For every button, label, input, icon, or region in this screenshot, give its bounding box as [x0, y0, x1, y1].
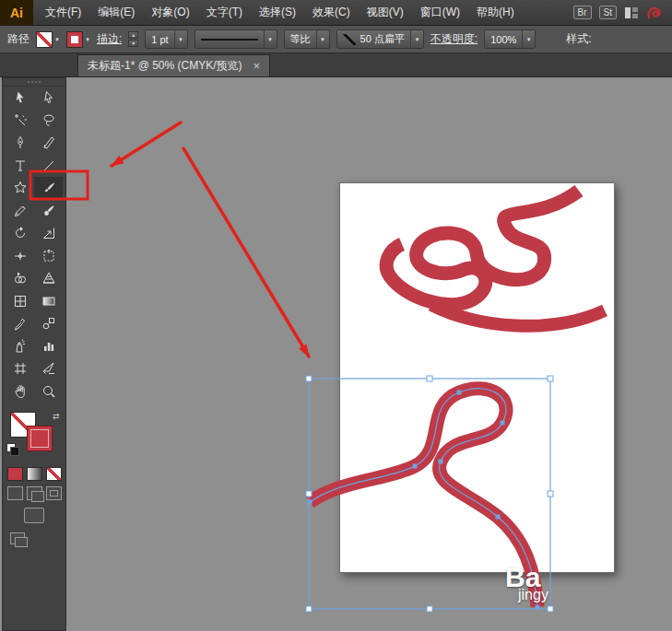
scale-tool[interactable]	[34, 222, 63, 245]
menu-item-1[interactable]: 编辑(E)	[89, 0, 143, 25]
color-button[interactable]	[7, 467, 23, 481]
shape-builder-tool[interactable]	[6, 267, 34, 290]
ribbon-upper[interactable]	[386, 191, 579, 304]
fill-none-swatch[interactable]	[36, 31, 53, 48]
menu-item-0[interactable]: 文件(F)	[37, 0, 89, 25]
bounding-box-handle[interactable]	[548, 606, 553, 612]
br-button[interactable]: Br	[573, 6, 592, 19]
stroke-red-swatch[interactable]	[66, 31, 83, 48]
draw-normal-button[interactable]	[7, 486, 23, 500]
menu-item-8[interactable]: 帮助(H)	[468, 0, 523, 25]
paintbrush-tool[interactable]	[34, 177, 63, 200]
bounding-box-handle[interactable]	[306, 606, 312, 612]
menubar-right-buttons: BrSt	[573, 6, 617, 19]
menu-item-6[interactable]: 视图(V)	[359, 0, 412, 25]
tools-panel-grip[interactable]	[3, 78, 65, 87]
anchor-point[interactable]	[536, 605, 540, 610]
draw-behind-button[interactable]	[27, 486, 42, 500]
line-segment-tool[interactable]	[34, 155, 63, 178]
symbol-sprayer-tool[interactable]	[6, 335, 34, 358]
cs-live-swirl-icon[interactable]	[646, 6, 663, 20]
swap-fill-stroke-icon[interactable]: ⇄	[53, 412, 60, 421]
opacity-select[interactable]: 100% ▼	[484, 29, 536, 49]
mesh-tool[interactable]	[6, 290, 34, 313]
draw-mode-buttons	[3, 486, 65, 500]
menu-item-7[interactable]: 窗口(W)	[412, 0, 468, 25]
document-tab[interactable]: 未标题-1* @ 50% (CMYK/预览) ×	[77, 54, 270, 76]
bounding-box-handle[interactable]	[306, 376, 312, 381]
anchor-point[interactable]	[413, 464, 418, 469]
gradient-tool[interactable]	[34, 290, 63, 313]
opacity-panel-link[interactable]: 不透明度:	[430, 31, 477, 47]
brush-definition-value: 50 点扁平	[360, 32, 405, 46]
blend-tool[interactable]	[34, 312, 63, 335]
menubar: Ai 文件(F)编辑(E)对象(O)文字(T)选择(S)效果(C)视图(V)窗口…	[0, 0, 672, 26]
slice-tool[interactable]	[34, 357, 63, 380]
menubar-items: 文件(F)编辑(E)对象(O)文字(T)选择(S)效果(C)视图(V)窗口(W)…	[37, 0, 523, 25]
stepper-up-icon[interactable]: ▲	[128, 31, 138, 39]
anchor-point[interactable]	[501, 421, 505, 426]
fill-color-control[interactable]: ▼	[36, 31, 60, 48]
free-transform-tool[interactable]	[34, 245, 63, 268]
stepper-down-icon[interactable]: ▼	[128, 40, 138, 47]
lasso-tool[interactable]	[34, 110, 63, 133]
pen-tool[interactable]	[6, 132, 34, 155]
star-tool[interactable]	[6, 177, 34, 200]
stroke-profile-select[interactable]: ▼	[195, 29, 277, 49]
magic-wand-tool[interactable]	[6, 110, 34, 133]
stroke-width-stepper[interactable]: ▲ ▼	[128, 31, 138, 47]
default-fill-stroke-icon[interactable]	[6, 443, 19, 456]
width-profile-dropdown-icon[interactable]: ▼	[316, 30, 329, 48]
stroke-color-swatch[interactable]	[27, 426, 53, 451]
artboard-tool[interactable]	[6, 357, 34, 380]
bounding-box-handle[interactable]	[548, 491, 553, 497]
stroke-width-dropdown-icon[interactable]: ▼	[174, 30, 187, 48]
stroke-dropdown-icon[interactable]: ▼	[85, 37, 90, 42]
opacity-dropdown-icon[interactable]: ▼	[522, 30, 535, 48]
workspace-switcher-icon[interactable]	[624, 6, 639, 19]
bounding-box-handle[interactable]	[427, 376, 432, 381]
anchor-point[interactable]	[439, 460, 443, 464]
menu-item-3[interactable]: 文字(T)	[198, 0, 251, 25]
none-button[interactable]	[46, 467, 62, 481]
blob-brush-tool[interactable]	[34, 200, 63, 223]
anchor-point[interactable]	[496, 515, 501, 520]
anchor-point[interactable]	[308, 500, 312, 505]
hand-tool[interactable]	[6, 380, 34, 403]
curvature-pen-tool[interactable]	[34, 132, 63, 155]
canvas-area[interactable]: Ba jingy	[68, 77, 672, 631]
rotate-tool[interactable]	[6, 222, 34, 245]
menu-item-4[interactable]: 选择(S)	[251, 0, 304, 25]
selection-tool[interactable]	[6, 87, 34, 110]
menu-item-5[interactable]: 效果(C)	[304, 0, 359, 25]
screen-mode-button[interactable]	[24, 508, 44, 523]
st-button[interactable]: St	[599, 6, 617, 19]
eyedropper-tool[interactable]	[6, 312, 34, 335]
panels-icon[interactable]	[10, 532, 25, 544]
brush-dropdown-icon[interactable]: ▼	[410, 30, 423, 48]
draw-inside-button[interactable]	[46, 486, 62, 500]
zoom-tool[interactable]	[34, 380, 63, 403]
width-profile-select[interactable]: 等比 ▼	[284, 29, 330, 49]
menu-item-2[interactable]: 对象(O)	[143, 0, 197, 25]
bounding-box-handle[interactable]	[548, 376, 553, 381]
tab-close-icon[interactable]: ×	[253, 60, 261, 72]
gradient-button[interactable]	[27, 467, 42, 481]
anchor-point[interactable]	[457, 391, 462, 395]
watermark: Ba jingy	[505, 564, 548, 602]
stroke-profile-dropdown-icon[interactable]: ▼	[264, 30, 277, 48]
perspective-grid-tool[interactable]	[34, 267, 63, 290]
fill-dropdown-icon[interactable]: ▼	[54, 37, 60, 42]
bounding-box-handle[interactable]	[306, 491, 312, 497]
column-graph-tool[interactable]	[34, 335, 63, 358]
brush-definition-select[interactable]: 50 点扁平 ▼	[336, 29, 424, 49]
type-tool[interactable]	[6, 155, 34, 178]
stroke-width-select[interactable]: 1 pt ▼	[145, 29, 187, 49]
bounding-box-handle[interactable]	[427, 606, 432, 612]
stroke-color-control[interactable]: ▼	[66, 31, 90, 48]
direct-selection-tool[interactable]	[34, 87, 63, 110]
width-tool[interactable]	[6, 245, 34, 268]
stroke-panel-link[interactable]: 描边:	[97, 31, 122, 47]
fill-stroke-indicator: ⇄	[3, 410, 65, 462]
pencil-tool[interactable]	[6, 200, 34, 223]
